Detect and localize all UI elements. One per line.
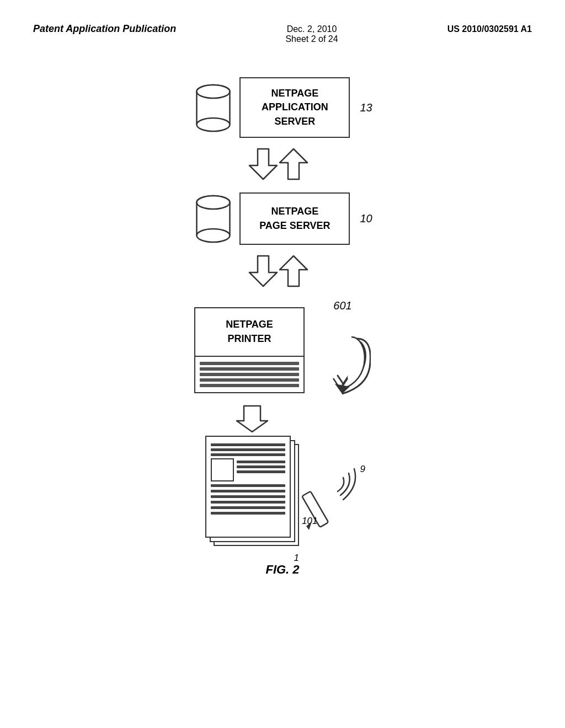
page-text-col <box>237 458 285 481</box>
page-line <box>237 461 285 463</box>
page-line <box>211 448 285 451</box>
svg-point-12 <box>197 229 230 242</box>
stacked-pages: 1 <box>205 436 302 552</box>
page-line <box>211 484 285 487</box>
printer-box-group: NETPAGE PRINTER <box>194 307 305 393</box>
svg-marker-15 <box>280 256 307 286</box>
page-server-row: NETPAGE PAGE SERVER 10 <box>193 192 372 245</box>
page-line <box>211 512 285 515</box>
printed-pages-area: 1 9 101 <box>205 436 368 552</box>
printer-labels: 601 <box>310 299 371 400</box>
doc-ref-label: 1 <box>294 553 299 564</box>
svg-point-4 <box>197 118 230 131</box>
page-line <box>237 465 285 468</box>
app-server-box: NETPAGE APPLICATION SERVER <box>239 77 350 138</box>
svg-marker-7 <box>280 149 307 179</box>
print-line <box>200 367 299 371</box>
page-line <box>211 501 285 504</box>
arrows-2 <box>247 253 318 291</box>
pen-ref-label: 9 <box>360 464 365 475</box>
publication-date: Dec. 2, 2010 Sheet 2 of 24 <box>285 22 338 44</box>
publication-title: Patent Application Publication <box>33 22 176 36</box>
app-server-db-icon <box>193 82 234 134</box>
printer-paper-tray <box>194 357 305 393</box>
page-server-db-icon <box>193 192 234 245</box>
arrows-1 <box>247 146 318 184</box>
page-ref-label: 101 <box>302 516 317 527</box>
svg-point-13 <box>197 196 230 209</box>
print-line <box>200 362 299 365</box>
figure-caption: FIG. 2 <box>265 563 299 577</box>
page-header: Patent Application Publication Dec. 2, 2… <box>0 0 565 55</box>
printer-label: NETPAGE PRINTER <box>226 318 273 345</box>
print-line <box>200 378 299 382</box>
page-server-ref: 10 <box>360 212 372 225</box>
page-front <box>205 436 291 538</box>
curved-arrow-icon <box>310 334 371 400</box>
down-arrow-2 <box>236 403 269 436</box>
pen-area: 9 101 <box>291 461 368 540</box>
svg-marker-17 <box>237 406 268 432</box>
print-line <box>200 373 299 376</box>
app-server-row: NETPAGE APPLICATION SERVER 13 <box>193 77 372 138</box>
pen-svg <box>291 461 368 538</box>
diagram: NETPAGE APPLICATION SERVER 13 NETPAGE PA… <box>0 55 565 577</box>
page-server-label: NETPAGE PAGE SERVER <box>259 205 330 232</box>
svg-point-5 <box>197 85 230 98</box>
page-line <box>211 490 285 493</box>
page-content-row <box>211 458 285 481</box>
page-image-box <box>211 458 234 481</box>
printer-box: NETPAGE PRINTER <box>194 307 305 357</box>
printer-ref: 601 <box>333 299 351 312</box>
page-line <box>211 495 285 498</box>
app-server-label: NETPAGE APPLICATION SERVER <box>262 87 328 129</box>
page-server-box: NETPAGE PAGE SERVER <box>239 192 350 245</box>
page-line <box>211 506 285 509</box>
svg-marker-14 <box>249 256 277 286</box>
page-line <box>237 470 285 473</box>
printer-area: NETPAGE PRINTER 601 <box>194 299 371 552</box>
page-line <box>211 443 285 446</box>
page-line <box>211 453 285 456</box>
app-server-ref: 13 <box>360 101 372 114</box>
patent-number: US 2010/0302591 A1 <box>447 22 532 34</box>
print-line <box>200 384 299 387</box>
svg-marker-6 <box>249 149 277 179</box>
printer-row: NETPAGE PRINTER 601 <box>194 299 371 400</box>
